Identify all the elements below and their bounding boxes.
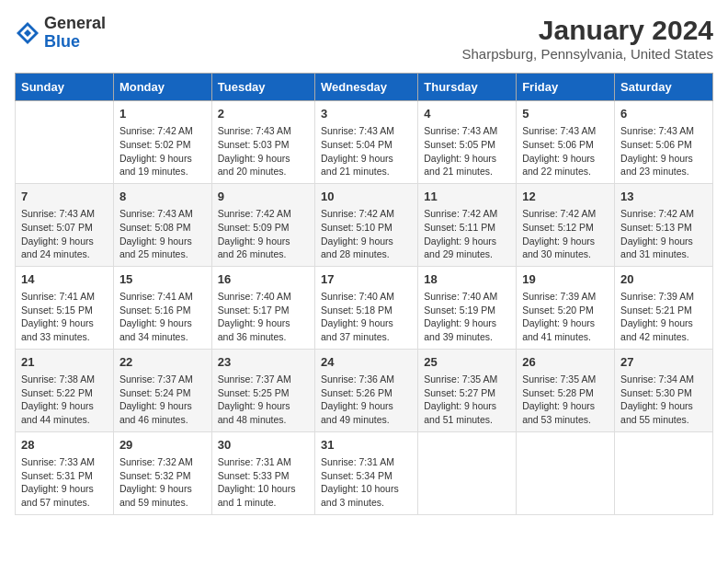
day-info: Sunrise: 7:40 AM Sunset: 5:18 PM Dayligh…	[321, 290, 412, 344]
calendar-cell: 9Sunrise: 7:42 AM Sunset: 5:09 PM Daylig…	[211, 183, 314, 266]
calendar-week-row: 28Sunrise: 7:33 AM Sunset: 5:31 PM Dayli…	[16, 431, 713, 514]
calendar-cell: 22Sunrise: 7:37 AM Sunset: 5:24 PM Dayli…	[113, 349, 211, 431]
day-number: 8	[119, 189, 206, 205]
day-number: 14	[21, 271, 108, 288]
day-info: Sunrise: 7:43 AM Sunset: 5:04 PM Dayligh…	[321, 124, 412, 178]
day-info: Sunrise: 7:42 AM Sunset: 5:09 PM Dayligh…	[218, 207, 309, 261]
calendar-cell: 17Sunrise: 7:40 AM Sunset: 5:18 PM Dayli…	[315, 266, 418, 349]
day-info: Sunrise: 7:42 AM Sunset: 5:13 PM Dayligh…	[620, 207, 707, 261]
calendar-cell: 7Sunrise: 7:43 AM Sunset: 5:07 PM Daylig…	[16, 183, 114, 266]
calendar-cell: 5Sunrise: 7:43 AM Sunset: 5:06 PM Daylig…	[517, 101, 615, 184]
calendar-cell: 20Sunrise: 7:39 AM Sunset: 5:21 PM Dayli…	[615, 266, 713, 349]
day-number: 16	[218, 271, 309, 288]
calendar-cell: 18Sunrise: 7:40 AM Sunset: 5:19 PM Dayli…	[418, 266, 517, 349]
logo-icon	[15, 20, 40, 46]
weekday-row: SundayMondayTuesdayWednesdayThursdayFrid…	[16, 74, 713, 101]
day-info: Sunrise: 7:43 AM Sunset: 5:08 PM Dayligh…	[119, 207, 206, 261]
calendar-cell: 14Sunrise: 7:41 AM Sunset: 5:15 PM Dayli…	[16, 266, 114, 349]
day-number: 28	[21, 437, 108, 454]
day-info: Sunrise: 7:40 AM Sunset: 5:19 PM Dayligh…	[424, 290, 510, 344]
day-number: 7	[21, 189, 108, 205]
day-info: Sunrise: 7:41 AM Sunset: 5:15 PM Dayligh…	[21, 290, 108, 344]
weekday-header: Thursday	[418, 74, 517, 101]
calendar-header: SundayMondayTuesdayWednesdayThursdayFrid…	[16, 74, 713, 101]
day-number: 15	[119, 271, 206, 288]
day-number: 4	[424, 106, 510, 122]
day-info: Sunrise: 7:42 AM Sunset: 5:11 PM Dayligh…	[424, 207, 510, 261]
weekday-header: Friday	[517, 74, 615, 101]
day-number: 9	[218, 189, 309, 205]
calendar-cell: 12Sunrise: 7:42 AM Sunset: 5:12 PM Dayli…	[517, 183, 615, 266]
day-number: 10	[321, 189, 412, 205]
day-info: Sunrise: 7:43 AM Sunset: 5:06 PM Dayligh…	[620, 124, 707, 178]
day-number: 2	[218, 106, 309, 122]
day-number: 21	[21, 354, 108, 371]
day-number: 31	[321, 437, 412, 454]
subtitle: Sharpsburg, Pennsylvania, United States	[462, 46, 714, 62]
calendar-cell: 2Sunrise: 7:43 AM Sunset: 5:03 PM Daylig…	[211, 101, 314, 184]
day-info: Sunrise: 7:37 AM Sunset: 5:25 PM Dayligh…	[218, 373, 309, 427]
calendar-cell: 31Sunrise: 7:31 AM Sunset: 5:34 PM Dayli…	[315, 431, 418, 514]
day-info: Sunrise: 7:40 AM Sunset: 5:17 PM Dayligh…	[218, 290, 309, 344]
calendar-cell	[517, 431, 615, 514]
calendar-cell: 21Sunrise: 7:38 AM Sunset: 5:22 PM Dayli…	[16, 349, 114, 431]
calendar-week-row: 7Sunrise: 7:43 AM Sunset: 5:07 PM Daylig…	[16, 183, 713, 266]
calendar-cell: 15Sunrise: 7:41 AM Sunset: 5:16 PM Dayli…	[113, 266, 211, 349]
day-number: 11	[424, 189, 510, 205]
day-info: Sunrise: 7:43 AM Sunset: 5:05 PM Dayligh…	[424, 124, 510, 178]
calendar-cell: 11Sunrise: 7:42 AM Sunset: 5:11 PM Dayli…	[418, 183, 517, 266]
day-info: Sunrise: 7:33 AM Sunset: 5:31 PM Dayligh…	[21, 455, 108, 510]
day-number: 30	[218, 437, 309, 454]
calendar-cell: 16Sunrise: 7:40 AM Sunset: 5:17 PM Dayli…	[211, 266, 314, 349]
day-number: 13	[620, 189, 707, 205]
calendar-cell: 25Sunrise: 7:35 AM Sunset: 5:27 PM Dayli…	[418, 349, 517, 431]
calendar-cell: 8Sunrise: 7:43 AM Sunset: 5:08 PM Daylig…	[113, 183, 211, 266]
day-info: Sunrise: 7:39 AM Sunset: 5:20 PM Dayligh…	[522, 290, 609, 344]
day-number: 24	[321, 354, 412, 371]
calendar-week-row: 1Sunrise: 7:42 AM Sunset: 5:02 PM Daylig…	[16, 101, 713, 184]
calendar-cell: 3Sunrise: 7:43 AM Sunset: 5:04 PM Daylig…	[315, 101, 418, 184]
calendar-cell: 29Sunrise: 7:32 AM Sunset: 5:32 PM Dayli…	[113, 431, 211, 514]
calendar-cell: 26Sunrise: 7:35 AM Sunset: 5:28 PM Dayli…	[517, 349, 615, 431]
calendar-cell: 19Sunrise: 7:39 AM Sunset: 5:20 PM Dayli…	[517, 266, 615, 349]
calendar-cell: 13Sunrise: 7:42 AM Sunset: 5:13 PM Dayli…	[615, 183, 713, 266]
day-info: Sunrise: 7:42 AM Sunset: 5:02 PM Dayligh…	[119, 124, 206, 178]
calendar-cell: 6Sunrise: 7:43 AM Sunset: 5:06 PM Daylig…	[615, 101, 713, 184]
day-number: 23	[218, 354, 309, 371]
day-info: Sunrise: 7:38 AM Sunset: 5:22 PM Dayligh…	[21, 373, 108, 427]
day-info: Sunrise: 7:32 AM Sunset: 5:32 PM Dayligh…	[119, 455, 206, 510]
day-number: 22	[119, 354, 206, 371]
logo-general: General	[44, 15, 106, 33]
logo-blue: Blue	[44, 33, 106, 52]
calendar-cell: 28Sunrise: 7:33 AM Sunset: 5:31 PM Dayli…	[16, 431, 114, 514]
day-number: 20	[620, 271, 707, 288]
calendar-cell	[16, 101, 114, 184]
day-info: Sunrise: 7:42 AM Sunset: 5:10 PM Dayligh…	[321, 207, 412, 261]
calendar-cell: 24Sunrise: 7:36 AM Sunset: 5:26 PM Dayli…	[315, 349, 418, 431]
day-number: 6	[620, 106, 707, 122]
day-info: Sunrise: 7:37 AM Sunset: 5:24 PM Dayligh…	[119, 373, 206, 427]
calendar-table: SundayMondayTuesdayWednesdayThursdayFrid…	[15, 73, 713, 515]
day-number: 12	[522, 189, 609, 205]
calendar-cell: 30Sunrise: 7:31 AM Sunset: 5:33 PM Dayli…	[211, 431, 314, 514]
calendar-week-row: 14Sunrise: 7:41 AM Sunset: 5:15 PM Dayli…	[16, 266, 713, 349]
day-info: Sunrise: 7:35 AM Sunset: 5:28 PM Dayligh…	[522, 373, 609, 427]
day-number: 5	[522, 106, 609, 122]
day-info: Sunrise: 7:42 AM Sunset: 5:12 PM Dayligh…	[522, 207, 609, 261]
day-number: 19	[522, 271, 609, 288]
weekday-header: Monday	[113, 74, 211, 101]
calendar-cell: 27Sunrise: 7:34 AM Sunset: 5:30 PM Dayli…	[615, 349, 713, 431]
calendar-cell	[418, 431, 517, 514]
weekday-header: Saturday	[615, 74, 713, 101]
day-info: Sunrise: 7:43 AM Sunset: 5:06 PM Dayligh…	[522, 124, 609, 178]
page-header: General Blue January 2024 Sharpsburg, Pe…	[15, 15, 713, 62]
title-block: January 2024 Sharpsburg, Pennsylvania, U…	[462, 15, 714, 62]
weekday-header: Sunday	[16, 74, 114, 101]
day-info: Sunrise: 7:34 AM Sunset: 5:30 PM Dayligh…	[620, 373, 707, 427]
calendar-cell	[615, 431, 713, 514]
main-title: January 2024	[462, 15, 714, 46]
logo-text: General Blue	[44, 15, 106, 52]
weekday-header: Tuesday	[211, 74, 314, 101]
calendar-week-row: 21Sunrise: 7:38 AM Sunset: 5:22 PM Dayli…	[16, 349, 713, 431]
day-number: 29	[119, 437, 206, 454]
